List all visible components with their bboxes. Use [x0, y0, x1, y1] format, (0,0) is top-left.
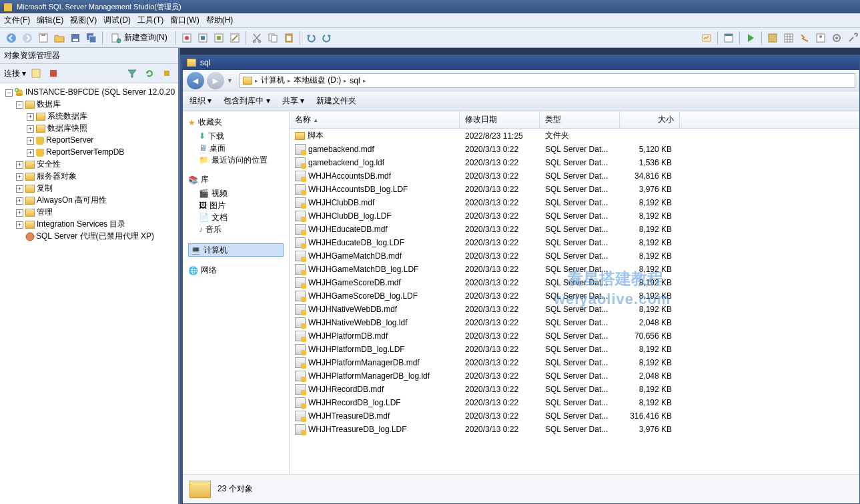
- file-row[interactable]: WHJHTreasureDB.mdf2020/3/13 0:22SQL Serv…: [290, 409, 859, 423]
- menu-file[interactable]: 文件(F): [4, 15, 30, 26]
- stop-icon[interactable]: [159, 66, 174, 81]
- open-icon[interactable]: [52, 31, 67, 45]
- nav-back-button[interactable]: ◄: [187, 72, 204, 89]
- connect-button[interactable]: 连接 ▾: [4, 68, 26, 79]
- breadcrumb-sep[interactable]: ▸: [344, 77, 347, 84]
- object-tree[interactable]: −INSTANCE-B9FCDE (SQL Server 12.0.20 −数据…: [0, 83, 178, 504]
- file-row[interactable]: gamebackend_log.ldf2020/3/13 0:22SQL Ser…: [290, 156, 859, 169]
- refresh-icon[interactable]: [142, 66, 157, 81]
- new-folder-button[interactable]: 新建文件夹: [316, 95, 356, 107]
- table-icon[interactable]: [781, 31, 796, 45]
- expand-icon[interactable]: +: [16, 221, 23, 229]
- query2-icon[interactable]: [195, 31, 210, 45]
- expand-icon[interactable]: +: [27, 149, 34, 157]
- nav-history-dropdown[interactable]: ▼: [227, 77, 233, 84]
- expand-icon[interactable]: +: [27, 113, 34, 121]
- hammer-icon[interactable]: [797, 31, 812, 45]
- menu-window[interactable]: 窗口(W): [170, 15, 199, 26]
- undo-icon[interactable]: [304, 31, 318, 45]
- share-button[interactable]: 共享 ▾: [282, 95, 304, 107]
- nav-doc[interactable]: 文档: [211, 212, 228, 223]
- node-alwayson[interactable]: AlwaysOn 高可用性: [37, 195, 107, 205]
- file-row[interactable]: WHJHAccountsDB.mdf2020/3/13 0:22SQL Serv…: [290, 169, 859, 183]
- node-security[interactable]: 安全性: [37, 159, 61, 169]
- breadcrumb-sep[interactable]: ▸: [363, 77, 366, 84]
- menu-view[interactable]: 视图(V): [70, 15, 97, 26]
- query3-icon[interactable]: [211, 31, 226, 45]
- nav-desktop[interactable]: 桌面: [209, 143, 226, 153]
- nav-recent[interactable]: 最近访问的位置: [211, 155, 268, 165]
- server-label[interactable]: INSTANCE-B9FCDE (SQL Server 12.0.20: [25, 87, 175, 97]
- file-row[interactable]: WHJHRecordDB.mdf2020/3/13 0:22SQL Server…: [290, 383, 859, 396]
- copy-icon[interactable]: [266, 31, 280, 45]
- query1-icon[interactable]: [179, 31, 194, 45]
- nav-music[interactable]: 音乐: [205, 224, 222, 235]
- include-button[interactable]: 包含到库中 ▾: [224, 95, 270, 107]
- address-bar[interactable]: ▸ 计算机 ▸ 本地磁盘 (D:) ▸ sql ▸: [240, 73, 855, 88]
- new-project-icon[interactable]: [36, 31, 51, 45]
- new-query-button[interactable]: 新建查询(N): [106, 31, 172, 45]
- save-icon[interactable]: [68, 31, 83, 45]
- expand-icon[interactable]: +: [27, 125, 34, 133]
- file-row[interactable]: WHJHClubDB.mdf2020/3/13 0:22SQL Server D…: [290, 196, 859, 209]
- file-row[interactable]: WHJHNativeWebDB_log.ldf2020/3/13 0:22SQL…: [290, 316, 859, 329]
- file-row[interactable]: WHJHNativeWebDB.mdf2020/3/13 0:22SQL Ser…: [290, 303, 859, 316]
- nav-download[interactable]: 下载: [208, 131, 224, 141]
- cut-icon[interactable]: [250, 31, 264, 45]
- breadcrumb-sep[interactable]: ▸: [288, 77, 291, 84]
- menu-help[interactable]: 帮助(H): [206, 15, 234, 26]
- nav-favorites[interactable]: 收藏夹: [198, 117, 222, 128]
- node-reportserver[interactable]: ReportServer: [46, 135, 93, 145]
- breadcrumb-drive[interactable]: 本地磁盘 (D:): [294, 75, 341, 86]
- profile-icon[interactable]: [813, 31, 828, 45]
- file-row[interactable]: WHJHTreasureDB_log.LDF2020/3/13 0:22SQL …: [290, 423, 859, 436]
- breadcrumb-sep[interactable]: ▸: [255, 77, 258, 84]
- nav-video[interactable]: 视频: [211, 188, 228, 199]
- file-row[interactable]: WHJHPlatformDB_log.LDF2020/3/13 0:22SQL …: [290, 343, 859, 356]
- organize-button[interactable]: 组织 ▾: [189, 95, 211, 107]
- settings-icon[interactable]: [829, 31, 844, 45]
- dropdown-icon[interactable]: [29, 66, 43, 81]
- disconnect-icon[interactable]: [46, 66, 61, 81]
- play-icon[interactable]: [743, 31, 758, 45]
- nav-forward-button[interactable]: ►: [207, 72, 224, 89]
- menu-tools[interactable]: 工具(T): [137, 15, 163, 26]
- expand-icon[interactable]: +: [16, 209, 23, 217]
- node-integration[interactable]: Integration Services 目录: [37, 219, 125, 229]
- file-row[interactable]: WHJHClubDB_log.LDF2020/3/13 0:22SQL Serv…: [290, 209, 859, 223]
- expand-icon[interactable]: +: [27, 137, 34, 145]
- expand-icon[interactable]: −: [16, 101, 23, 109]
- filter-icon[interactable]: [125, 66, 139, 81]
- file-row[interactable]: WHJHEducateDB_log.LDF2020/3/13 0:22SQL S…: [290, 236, 859, 249]
- tools-icon[interactable]: [845, 31, 860, 45]
- registered-icon[interactable]: [765, 31, 780, 45]
- paste-icon[interactable]: [282, 31, 296, 45]
- node-agent[interactable]: SQL Server 代理(已禁用代理 XP): [36, 231, 154, 241]
- node-server-obj[interactable]: 服务器对象: [37, 171, 77, 181]
- menu-debug[interactable]: 调试(D): [103, 15, 131, 26]
- node-databases[interactable]: 数据库: [37, 99, 61, 109]
- file-row[interactable]: WHJHRecordDB_log.LDF2020/3/13 0:22SQL Se…: [290, 396, 859, 409]
- browser-icon[interactable]: [721, 31, 736, 45]
- node-sys-db[interactable]: 系统数据库: [47, 111, 87, 121]
- nav-back-icon[interactable]: [4, 31, 19, 45]
- file-row[interactable]: WHJHGameMatchDB.mdf2020/3/13 0:22SQL Ser…: [290, 249, 859, 263]
- breadcrumb-folder[interactable]: sql: [350, 76, 360, 85]
- query4-icon[interactable]: [228, 31, 242, 45]
- nav-library[interactable]: 库: [201, 174, 209, 185]
- col-date[interactable]: 修改日期: [460, 111, 540, 128]
- explorer-nav-pane[interactable]: ★收藏夹 ⬇下载 🖥桌面 📁最近访问的位置 📚库 🎬视频 🖼图片 📄文档 ♪音乐…: [183, 111, 290, 474]
- col-size[interactable]: 大小: [620, 111, 680, 128]
- expand-icon[interactable]: +: [16, 185, 23, 193]
- node-replication[interactable]: 复制: [37, 183, 53, 193]
- col-name[interactable]: 名称 ▲: [290, 111, 460, 128]
- nav-picture[interactable]: 图片: [209, 200, 226, 211]
- breadcrumb-computer[interactable]: 计算机: [261, 75, 285, 86]
- file-row[interactable]: WHJHGameScoreDB.mdf2020/3/13 0:22SQL Ser…: [290, 276, 859, 289]
- file-row[interactable]: gamebackend.mdf2020/3/13 0:22SQL Server …: [290, 143, 859, 156]
- redo-icon[interactable]: [320, 31, 334, 45]
- file-row[interactable]: WHJHGameScoreDB_log.LDF2020/3/13 0:22SQL…: [290, 289, 859, 303]
- nav-network[interactable]: 网络: [201, 265, 217, 276]
- menu-edit[interactable]: 编辑(E): [37, 15, 63, 26]
- expand-icon[interactable]: +: [16, 197, 23, 205]
